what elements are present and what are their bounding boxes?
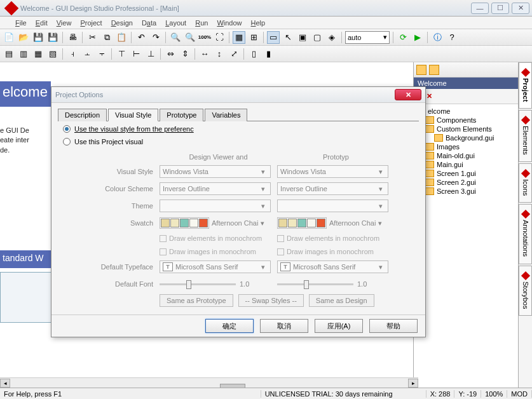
- tree-node[interactable]: Screen 2.gui: [416, 178, 515, 187]
- maximize-button[interactable]: ☐: [491, 3, 509, 14]
- select-button[interactable]: ↖: [282, 31, 294, 44]
- undo-button[interactable]: ↶: [135, 31, 147, 44]
- same-as-prototype-button[interactable]: Same as Prototype: [160, 294, 233, 307]
- ok-button[interactable]: 确定: [205, 319, 254, 333]
- paste-button[interactable]: 📋: [115, 31, 128, 44]
- menu-run[interactable]: Run: [191, 18, 212, 28]
- menu-project[interactable]: Project: [76, 18, 106, 28]
- zoom-select[interactable]: auto▾: [345, 31, 390, 44]
- align4[interactable]: ▧: [46, 48, 59, 60]
- open-button[interactable]: 📂: [17, 31, 30, 44]
- select-typeface-proto[interactable]: TMicrosoft Sans Serif▾: [277, 260, 388, 273]
- tree-node[interactable]: Main.gui: [416, 160, 515, 169]
- size3[interactable]: ⤢: [228, 48, 240, 60]
- close-button[interactable]: ✕: [512, 3, 529, 14]
- tree-node[interactable]: Screen 1.gui: [416, 169, 515, 178]
- pointer-button[interactable]: ▭: [267, 31, 280, 44]
- menu-layout[interactable]: Layout: [161, 18, 190, 28]
- delete-icon[interactable]: ✕: [426, 92, 432, 100]
- select-colour-design[interactable]: Inverse Outline▾: [160, 182, 271, 195]
- tree-node[interactable]: Main-old.gui: [416, 151, 515, 160]
- zoomin-button[interactable]: 🔍: [169, 31, 182, 44]
- sidetab-icons[interactable]: Icons: [519, 163, 532, 203]
- select-theme-proto[interactable]: ▾: [277, 200, 388, 212]
- tree-node[interactable]: Screen 3.gui: [416, 187, 515, 196]
- sidetab-storyboard[interactable]: Storybos: [519, 266, 532, 316]
- select-visual-style-design[interactable]: Windows Vista▾: [160, 165, 271, 178]
- check-mono-img-proto[interactable]: Draw images in monochrom: [277, 248, 388, 255]
- select-visual-style-proto[interactable]: Windows Vista▾: [277, 165, 388, 178]
- menu-view[interactable]: View: [53, 18, 76, 28]
- info-button[interactable]: ⓘ: [431, 31, 444, 44]
- align9[interactable]: ⊢: [130, 48, 142, 60]
- run-button[interactable]: ▶: [411, 31, 424, 44]
- align3[interactable]: ▦: [32, 48, 44, 60]
- menu-window[interactable]: Window: [213, 18, 245, 28]
- snap-button[interactable]: ⊞: [247, 31, 260, 44]
- scroll-right-button[interactable]: ▸: [408, 379, 418, 388]
- folder-icon[interactable]: [416, 65, 426, 75]
- radio-use-preference[interactable]: Use the visual style from the preferenc: [63, 125, 419, 133]
- dist1[interactable]: ⇔: [164, 48, 177, 60]
- align6[interactable]: ⫠: [81, 48, 93, 60]
- order2[interactable]: ▮: [262, 48, 275, 60]
- tree-node[interactable]: elcome: [416, 107, 515, 116]
- align2[interactable]: ▥: [17, 48, 30, 60]
- swatch-proto[interactable]: [277, 217, 327, 229]
- tree-node[interactable]: Custom Elements: [416, 125, 515, 133]
- menu-data[interactable]: Data: [138, 18, 160, 28]
- align1[interactable]: ▤: [3, 48, 15, 60]
- tab-prototype[interactable]: Prototype: [160, 109, 203, 121]
- dist2[interactable]: ⇕: [179, 48, 191, 60]
- panel-tab-welcome[interactable]: Welcome: [414, 78, 518, 89]
- dialog-titlebar[interactable]: Project Options ✕: [51, 87, 425, 103]
- save-button[interactable]: 💾: [32, 31, 44, 44]
- same-as-design-button[interactable]: Same as Design: [309, 294, 374, 307]
- menu-edit[interactable]: Edit: [32, 18, 51, 28]
- zoom100-button[interactable]: 100%: [198, 31, 211, 44]
- zoomfit-button[interactable]: ⛶: [213, 31, 226, 44]
- saveall-button[interactable]: 💾: [46, 31, 59, 44]
- scroll-left-button[interactable]: ◂: [0, 379, 10, 388]
- menu-file[interactable]: File: [11, 18, 31, 28]
- menu-design[interactable]: Design: [107, 18, 137, 28]
- tab-visual-style[interactable]: Visual Style: [108, 109, 158, 121]
- order1[interactable]: ▯: [247, 48, 260, 60]
- slider-font-design[interactable]: 1.0: [160, 280, 271, 288]
- sidetab-annotations[interactable]: Annotations: [519, 204, 532, 264]
- help-button[interactable]: ?: [446, 31, 458, 44]
- redo-button[interactable]: ↷: [149, 31, 162, 44]
- copy-button[interactable]: ⧉: [100, 31, 113, 44]
- grid-button[interactable]: ▦: [233, 31, 245, 44]
- check-mono-elem-design[interactable]: Draw elements in monochrom: [160, 234, 271, 242]
- size2[interactable]: ↕: [213, 48, 226, 60]
- tool2-button[interactable]: ▢: [311, 31, 324, 44]
- sidetab-project[interactable]: Project: [519, 62, 532, 109]
- help-button[interactable]: 帮助: [369, 319, 418, 333]
- tab-variables[interactable]: Variables: [205, 109, 247, 121]
- tool3-button[interactable]: ◈: [325, 31, 338, 44]
- check-mono-img-design[interactable]: Draw images in monochrom: [160, 248, 271, 255]
- size1[interactable]: ↔: [198, 48, 211, 60]
- select-colour-proto[interactable]: Inverse Outline▾: [277, 182, 388, 195]
- radio-use-project[interactable]: Use this Project visual: [63, 138, 419, 145]
- select-typeface-design[interactable]: TMicrosoft Sans Serif▾: [160, 260, 271, 273]
- tree-node[interactable]: Background.gui: [416, 133, 515, 142]
- horizontal-scrollbar[interactable]: ◂ ▸: [0, 377, 418, 388]
- sidetab-elements[interactable]: Elements: [519, 110, 532, 162]
- select-theme-design[interactable]: ▾: [160, 200, 271, 212]
- check-mono-elem-proto[interactable]: Draw elements in monochrom: [277, 234, 388, 242]
- swatch-design[interactable]: [160, 217, 209, 229]
- zoomout-button[interactable]: 🔍: [184, 31, 196, 44]
- tree-node[interactable]: Components: [416, 116, 515, 125]
- align10[interactable]: ⊥: [144, 48, 157, 60]
- dialog-close-button[interactable]: ✕: [395, 89, 421, 100]
- new-button[interactable]: 📄: [3, 31, 15, 44]
- tab-description[interactable]: Description: [58, 109, 107, 121]
- align8[interactable]: ⊤: [115, 48, 128, 60]
- swap-styles-button[interactable]: -- Swap Styles --: [238, 294, 304, 307]
- project-tree[interactable]: elcomeComponentsCustom ElementsBackgroun…: [414, 104, 518, 388]
- slider-font-proto[interactable]: 1.0: [277, 280, 388, 288]
- refresh-button[interactable]: ⟳: [397, 31, 409, 44]
- align7[interactable]: ⫟: [95, 48, 108, 60]
